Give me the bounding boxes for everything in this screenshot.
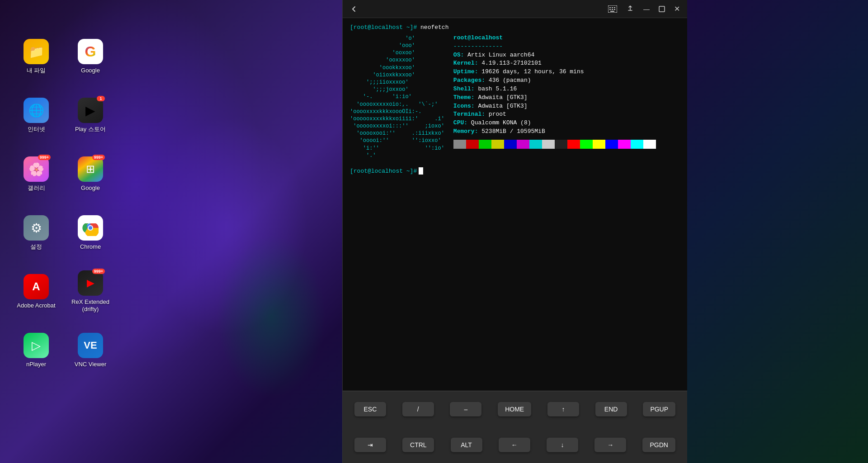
info-line-theme: Theme: Adwaita [GTK3] bbox=[453, 94, 656, 102]
kb-key-minus[interactable]: – bbox=[450, 402, 481, 416]
info-key: Packages: bbox=[453, 77, 485, 84]
color-block bbox=[542, 140, 555, 149]
app-icon-internet[interactable]: 🌐 인터넷 bbox=[9, 86, 63, 145]
command: neofetch bbox=[417, 24, 448, 31]
titlebar-left bbox=[348, 3, 360, 15]
info-line-kernel: Kernel: 4.19.113-27102101 bbox=[453, 59, 656, 68]
info-value: Adwaita [GTK3] bbox=[475, 94, 528, 101]
settings-icon: ⚙ bbox=[24, 215, 49, 241]
info-divider: -------------- bbox=[453, 43, 656, 51]
info-line-icons: Icons: Adwaita [GTK3] bbox=[453, 102, 656, 111]
rex-label: ReX Extended (drifty) bbox=[70, 298, 111, 312]
terminal-second-prompt-line: [root@localhost ~]# bbox=[343, 165, 687, 175]
terminal-titlebar: — ✕ bbox=[343, 0, 687, 18]
neofetch-art: 'o' 'ooo' 'ooxoo' 'ooxxxoo' 'oookkxxoo' … bbox=[350, 35, 444, 159]
kb-key-esc[interactable]: ESC bbox=[354, 402, 386, 416]
color-block bbox=[605, 140, 618, 149]
internet-label: 인터넷 bbox=[28, 126, 45, 133]
svg-rect-10 bbox=[614, 9, 615, 10]
info-value: 5238MiB / 10595MiB bbox=[478, 128, 545, 135]
nplayer-label: nPlayer bbox=[26, 361, 46, 368]
info-key: Icons: bbox=[453, 103, 475, 109]
app-icon-play[interactable]: ▶ 1 Play 스토어 bbox=[63, 86, 118, 145]
chrome-label: Chrome bbox=[80, 243, 101, 250]
terminal-first-line: [root@localhost ~]# neofetch bbox=[350, 24, 680, 32]
info-line-shell: Shell: bash 5.1.16 bbox=[453, 85, 656, 94]
settings-label: 설정 bbox=[30, 243, 42, 250]
app-icon-vnc[interactable]: VE VNC Viewer bbox=[63, 321, 118, 380]
color-block bbox=[580, 140, 593, 149]
svg-rect-12 bbox=[659, 6, 665, 12]
kb-key-pgdn[interactable]: PGDN bbox=[642, 438, 675, 452]
info-key: Kernel: bbox=[453, 60, 478, 66]
app-icon-chrome[interactable]: Chrome bbox=[63, 203, 118, 262]
cursor bbox=[419, 167, 423, 175]
keyboard-toggle-button[interactable] bbox=[606, 4, 619, 14]
svg-rect-7 bbox=[614, 7, 615, 8]
close-button[interactable]: ✕ bbox=[672, 3, 682, 15]
info-line-packages: Packages: 436 (pacman) bbox=[453, 76, 656, 85]
info-line-memory: Memory: 5238MiB / 10595MiB bbox=[453, 128, 656, 136]
info-value: 19626 days, 12 hours, 36 mins bbox=[478, 68, 584, 75]
svg-rect-6 bbox=[612, 7, 613, 8]
kb-key-slash[interactable]: / bbox=[402, 402, 434, 416]
info-username: root@localhost bbox=[453, 34, 656, 43]
info-key: CPU: bbox=[453, 119, 467, 126]
info-value: bash 5.1.16 bbox=[475, 85, 517, 92]
neofetch-info-panel: root@localhost -------------- OS: Artix … bbox=[453, 34, 656, 160]
info-key: Uptime: bbox=[453, 68, 478, 75]
desktop: 📁 내 파일 G Google 🌐 인터넷 ▶ 1 Play 스토어 bbox=[0, 0, 868, 463]
info-value: proot bbox=[485, 111, 506, 118]
play-label: Play 스토어 bbox=[75, 126, 106, 133]
app-icon-files[interactable]: 📁 내 파일 bbox=[9, 27, 63, 86]
info-line-os: OS: Artix Linux aarch64 bbox=[453, 51, 656, 60]
acrobat-label: Adobe Acrobat bbox=[17, 302, 55, 309]
kb-key-home[interactable]: HOME bbox=[498, 402, 531, 416]
color-block bbox=[466, 140, 479, 149]
app-icon-gallery[interactable]: 🌸 999+ 갤러리 bbox=[9, 145, 63, 203]
kb-key-down[interactable]: ↓ bbox=[547, 438, 578, 452]
info-line-terminal: Terminal: proot bbox=[453, 110, 656, 119]
app-icon-google[interactable]: G Google bbox=[63, 27, 118, 86]
play-store-icon: ▶ 1 bbox=[78, 98, 103, 123]
color-block bbox=[504, 140, 517, 149]
info-value: 436 (pacman) bbox=[485, 77, 531, 84]
app-icon-settings[interactable]: ⚙ 설정 bbox=[9, 203, 63, 262]
pin-button[interactable] bbox=[624, 3, 636, 15]
color-block bbox=[631, 140, 643, 149]
color-block bbox=[517, 140, 529, 149]
kb-key-ctrl[interactable]: CTRL bbox=[402, 438, 434, 452]
app-icon-google2[interactable]: ⊞ 999+ Google bbox=[63, 145, 118, 203]
google-label: Google bbox=[81, 67, 100, 74]
app-icon-acrobat[interactable]: A Adobe Acrobat bbox=[9, 262, 63, 321]
svg-rect-5 bbox=[609, 7, 611, 8]
info-line-uptime: Uptime: 19626 days, 12 hours, 36 mins bbox=[453, 68, 656, 76]
info-key: Memory: bbox=[453, 128, 478, 135]
terminal-window: — ✕ [root@localhost ~]# neofetch bbox=[342, 0, 687, 463]
app-icon-nplayer[interactable]: ▷ nPlayer bbox=[9, 321, 63, 380]
titlebar-right: — ✕ bbox=[606, 3, 682, 15]
prompt2: [root@localhost ~]# bbox=[350, 168, 417, 175]
rex-icon: ▶ 999+ bbox=[78, 270, 103, 296]
google-apps-icon: ⊞ 999+ bbox=[78, 156, 103, 182]
info-key: OS: bbox=[453, 52, 464, 58]
nplayer-icon: ▷ bbox=[24, 333, 49, 358]
info-key: Theme: bbox=[453, 94, 475, 101]
kb-key-alt[interactable]: ALT bbox=[451, 438, 482, 452]
kb-key-end[interactable]: END bbox=[595, 402, 627, 416]
kb-key-left[interactable]: ← bbox=[499, 438, 530, 452]
kb-key-tab-icon[interactable]: ⇥ bbox=[354, 438, 386, 452]
terminal-main-area[interactable]: [root@localhost ~]# neofetch 'o' 'ooo' '… bbox=[343, 18, 687, 391]
back-button[interactable] bbox=[348, 3, 360, 15]
kb-key-right[interactable]: → bbox=[594, 438, 626, 452]
kb-key-pgup[interactable]: PGUP bbox=[643, 402, 675, 416]
minimize-button[interactable]: — bbox=[642, 4, 651, 14]
kb-key-up[interactable]: ↑ bbox=[547, 402, 579, 416]
svg-rect-11 bbox=[610, 11, 614, 12]
svg-rect-9 bbox=[612, 9, 613, 10]
svg-rect-8 bbox=[609, 9, 611, 10]
app-icon-rex[interactable]: ▶ 999+ ReX Extended (drifty) bbox=[63, 262, 118, 321]
google2-label: Google bbox=[81, 184, 100, 192]
app-grid: 📁 내 파일 G Google 🌐 인터넷 ▶ 1 Play 스토어 bbox=[0, 18, 127, 389]
maximize-button[interactable] bbox=[657, 4, 667, 14]
